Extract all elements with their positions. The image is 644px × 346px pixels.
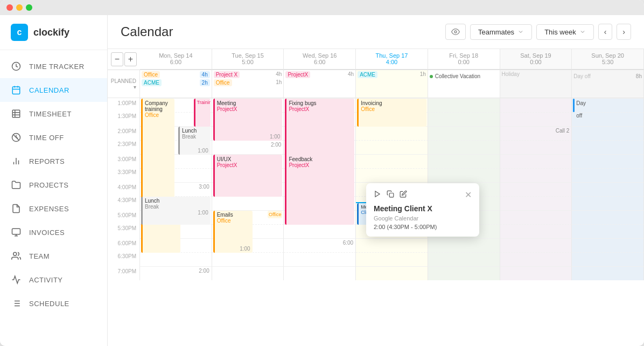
- time-6pm: 6:00PM: [108, 238, 140, 252]
- sidebar-label-time-off: TIME OFF: [29, 134, 64, 142]
- cell-sat-2pm: Call 2: [500, 126, 572, 140]
- sidebar-item-schedule[interactable]: SCHEDULE: [0, 292, 107, 315]
- popup-actions: [374, 190, 407, 200]
- cell-sun-1pm: Day: [572, 98, 644, 112]
- planned-cell-sat: Holiday: [500, 70, 572, 98]
- planned-cell-thu: ACME 1h: [356, 70, 428, 98]
- cell-fri-6pm: [428, 238, 500, 252]
- event-duration: 1:00: [198, 148, 208, 154]
- sidebar-item-calendar[interactable]: CALENDAR: [0, 78, 107, 102]
- sidebar: c clockify TIME TRACKER CALENDAR: [0, 15, 108, 346]
- cell-wed-630pm: [284, 252, 356, 266]
- day-name-wed: Wed, Sep 16: [288, 52, 351, 59]
- sidebar-item-projects[interactable]: PROJECTS: [0, 173, 107, 197]
- sidebar-item-expenses[interactable]: EXPENSES: [0, 197, 107, 220]
- event-emails[interactable]: Emails Office 1:00: [213, 211, 253, 253]
- toolbar-cell: − +: [108, 49, 140, 70]
- sidebar-item-team[interactable]: TEAM: [0, 244, 107, 268]
- event-title: Lunch: [145, 198, 208, 204]
- cell-thu-7pm: [356, 266, 428, 280]
- close-popup-button[interactable]: ✕: [465, 190, 472, 200]
- event-popup: ✕ Meeting Client X Google Calendar 2:00 …: [366, 183, 479, 237]
- popup-source: Google Calendar: [374, 215, 472, 222]
- sidebar-logo: c clockify: [0, 15, 107, 50]
- planned-hours-mon-office: 4h: [200, 71, 210, 78]
- planned-event-thu-acme: ACME: [358, 71, 377, 78]
- event-duration: 1:00: [270, 134, 280, 140]
- event-title: Company training: [145, 100, 172, 112]
- cell-fri-230pm: [428, 140, 500, 154]
- call2-event[interactable]: Call 2: [556, 128, 570, 134]
- timesheet-icon: [11, 108, 22, 119]
- day-name-tue: Tue, Sep 15: [216, 52, 279, 59]
- planned-text: PLANNED: [111, 78, 136, 84]
- event-uiux[interactable]: UI/UX ProjectX: [213, 155, 283, 197]
- sidebar-item-timesheet[interactable]: TIMESHEET: [0, 102, 107, 126]
- time-7pm: 7:00PM: [108, 266, 140, 280]
- cell-sat-630pm: [500, 252, 572, 266]
- play-button[interactable]: [374, 190, 381, 200]
- teammates-button[interactable]: Teammates: [470, 24, 532, 40]
- holiday-label: Holiday: [502, 71, 520, 77]
- cell-fri-330pm: [428, 168, 500, 182]
- sidebar-item-invoices[interactable]: INVOICES: [0, 220, 107, 244]
- planned-label-cell: PLANNED ▾: [108, 70, 140, 98]
- next-week-button[interactable]: ›: [617, 24, 631, 40]
- cell-mon-430pm: Lunch Break 1:00: [140, 196, 212, 210]
- close-button[interactable]: [6, 4, 13, 11]
- planned-hours-thu-acme: 1h: [420, 71, 426, 78]
- prev-week-button[interactable]: ‹: [598, 24, 613, 40]
- day-name-fri: Fri, Sep 18: [432, 52, 495, 59]
- day-time-thu: 4:00: [360, 59, 423, 65]
- cell-sat-5pm: [500, 210, 572, 224]
- team-icon: [11, 251, 22, 261]
- event-lunch-mon[interactable]: Lunch Break 1:00: [141, 197, 211, 225]
- event-meeting-projectx[interactable]: Meeting ProjectX 1:00: [213, 99, 283, 141]
- time-230pm: 2:30PM: [108, 140, 140, 154]
- zoom-in-button[interactable]: +: [124, 52, 137, 66]
- time-130pm: 1:30PM: [108, 112, 140, 126]
- event-lunch-break-tue[interactable]: Lunch Break 1:00: [178, 127, 211, 155]
- sidebar-label-time-tracker: TIME TRACKER: [29, 63, 85, 71]
- eye-button[interactable]: [445, 24, 466, 40]
- planned-cell-tue: Project X 4h Office 1h: [212, 70, 284, 98]
- calendar-scroll[interactable]: − + Mon, Sep 14 6:00 Tue, Sep 15 5:00 We…: [108, 49, 644, 346]
- cell-fri-130pm: [428, 112, 500, 126]
- cell-thu-3pm: [356, 154, 428, 168]
- cell-thu-2pm: [356, 126, 428, 140]
- sidebar-item-time-off[interactable]: TIME OFF: [0, 126, 107, 149]
- maximize-button[interactable]: [26, 4, 32, 11]
- fixing-bugs-duration: 2:00: [212, 141, 284, 148]
- event-training-tag[interactable]: Training: [194, 99, 211, 127]
- sidebar-label-activity: ACTIVITY: [29, 276, 63, 284]
- minimize-button[interactable]: [16, 4, 23, 11]
- sidebar-item-activity[interactable]: ACTIVITY: [0, 268, 107, 292]
- day-header-mon: Mon, Sep 14 6:00: [140, 49, 212, 70]
- event-invoicing[interactable]: Invoicing Office: [357, 99, 426, 127]
- event-sub: Office: [361, 106, 424, 112]
- time-630pm: 6:30PM: [108, 252, 140, 266]
- this-week-button[interactable]: This week: [536, 24, 594, 40]
- planned-event-wed-projectx: ProjectX: [285, 71, 310, 78]
- collapse-icon[interactable]: ▾: [134, 84, 136, 90]
- calendar-icon: [11, 85, 22, 95]
- edit-button[interactable]: [400, 190, 407, 200]
- event-sub: ProjectX: [217, 106, 281, 112]
- event-feedback[interactable]: Feedback ProjectX: [285, 155, 354, 225]
- sidebar-item-time-tracker[interactable]: TIME TRACKER: [0, 54, 107, 78]
- event-company-training[interactable]: Company training Office: [141, 99, 174, 206]
- event-sub: Break: [145, 204, 208, 210]
- cell-tue-430pm: [212, 196, 284, 210]
- cell-fri-7pm: [428, 266, 500, 280]
- day-time-sun: 5:30: [576, 59, 639, 65]
- day-header-thu: Thu, Sep 17 4:00: [356, 49, 428, 70]
- event-duration: 1:00: [240, 246, 250, 252]
- zoom-out-button[interactable]: −: [111, 52, 123, 66]
- sidebar-item-reports[interactable]: REPORTS: [0, 149, 107, 173]
- copy-button[interactable]: [387, 190, 394, 200]
- popup-title: Meeting Client X: [374, 204, 472, 213]
- cell-thu-630pm: [356, 252, 428, 266]
- day-off-text: Day: [572, 99, 643, 106]
- popup-header: ✕: [374, 190, 472, 200]
- time-530pm: 5:30PM: [108, 224, 140, 238]
